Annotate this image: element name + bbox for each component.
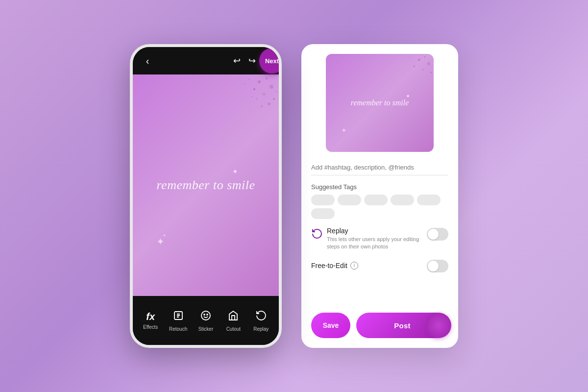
tool-retouch[interactable]: Retouch bbox=[166, 310, 191, 332]
replay-description: This lets other users apply your editing… bbox=[327, 236, 423, 251]
sticker-label: Sticker bbox=[198, 326, 214, 332]
retouch-label: Retouch bbox=[169, 326, 187, 332]
tag-pill-4[interactable] bbox=[391, 195, 414, 205]
tag-pill-6[interactable] bbox=[311, 208, 335, 219]
redo-button[interactable]: ↪ bbox=[248, 55, 256, 66]
suggested-tags-section: Suggested Tags bbox=[311, 183, 448, 219]
svg-point-20 bbox=[414, 66, 415, 67]
post-button-wrapper[interactable]: Post bbox=[356, 313, 448, 338]
free-edit-label: Free-to-Edit i bbox=[311, 262, 358, 270]
tool-effects[interactable]: fx Effects bbox=[138, 311, 163, 330]
svg-point-11 bbox=[244, 84, 245, 85]
tool-replay[interactable]: Replay bbox=[249, 310, 273, 332]
preview-glitter bbox=[385, 54, 434, 88]
free-edit-row: Free-to-Edit i bbox=[311, 259, 448, 272]
svg-point-5 bbox=[273, 98, 275, 100]
preview-canvas-text: remember to smile bbox=[351, 98, 409, 107]
svg-point-18 bbox=[424, 56, 426, 58]
post-button[interactable]: Post bbox=[394, 321, 411, 330]
free-edit-toggle-switch[interactable] bbox=[427, 260, 448, 272]
back-button[interactable]: ‹ bbox=[141, 54, 154, 68]
phone-canvas: remember to smile ✦ ✦ ✦ bbox=[133, 74, 279, 296]
replay-title: Replay bbox=[327, 227, 423, 235]
phone-frame: ‹ ↩ ↪ ⬇ Next bbox=[130, 44, 282, 348]
effects-icon: fx bbox=[146, 311, 155, 322]
share-panel: remember to smile ✦ ✦ Suggested Tags Rep… bbox=[301, 44, 458, 348]
preview-image: remember to smile ✦ ✦ bbox=[326, 54, 434, 152]
replay-info: Replay This lets other users apply your … bbox=[311, 227, 423, 251]
replay-label: Replay bbox=[253, 326, 269, 332]
suggested-tags-label: Suggested Tags bbox=[311, 183, 448, 191]
canvas-image: remember to smile ✦ ✦ ✦ bbox=[133, 74, 279, 296]
phone-bottom-bar: fx Effects Retouch Sticker bbox=[133, 296, 279, 345]
preview-sparkle-2: ✦ bbox=[341, 126, 347, 134]
sparkle-top-right: ✦ bbox=[232, 168, 238, 175]
post-button-orb bbox=[426, 313, 451, 338]
bottom-actions: Save Post bbox=[311, 309, 448, 338]
svg-point-19 bbox=[427, 62, 430, 65]
svg-point-17 bbox=[418, 59, 420, 61]
replay-icon bbox=[255, 310, 267, 324]
phone-top-bar: ‹ ↩ ↪ ⬇ Next bbox=[133, 47, 279, 74]
spacer bbox=[311, 280, 448, 301]
tool-cutout[interactable]: Cutout bbox=[221, 310, 245, 332]
svg-point-1 bbox=[266, 77, 268, 79]
next-button[interactable]: Next bbox=[259, 48, 282, 74]
svg-point-7 bbox=[268, 103, 270, 105]
effects-label: Effects bbox=[143, 324, 158, 330]
caption-input[interactable] bbox=[311, 160, 448, 175]
svg-point-16 bbox=[207, 314, 208, 315]
free-edit-info-icon[interactable]: i bbox=[350, 262, 358, 270]
cutout-icon bbox=[227, 310, 239, 324]
tag-pill-3[interactable] bbox=[364, 195, 388, 205]
free-edit-title: Free-to-Edit bbox=[311, 262, 347, 270]
sparkle-bl-small: ✦ bbox=[162, 233, 166, 238]
svg-point-6 bbox=[249, 79, 250, 80]
svg-point-21 bbox=[422, 69, 424, 71]
tag-pill-1[interactable] bbox=[311, 195, 335, 205]
tag-pill-2[interactable] bbox=[338, 195, 361, 205]
retouch-icon bbox=[172, 310, 184, 324]
undo-button[interactable]: ↩ bbox=[233, 55, 241, 66]
replay-section-icon bbox=[311, 228, 323, 240]
svg-point-23 bbox=[409, 57, 410, 58]
svg-point-15 bbox=[204, 314, 205, 315]
svg-point-9 bbox=[261, 105, 263, 107]
svg-point-4 bbox=[263, 93, 266, 96]
replay-text-block: Replay This lets other users apply your … bbox=[327, 227, 423, 251]
svg-point-14 bbox=[201, 311, 210, 320]
canvas-text: remember to smile bbox=[156, 178, 255, 193]
tags-row bbox=[311, 195, 448, 219]
tag-pill-5[interactable] bbox=[417, 195, 441, 205]
cutout-label: Cutout bbox=[226, 326, 241, 332]
svg-point-22 bbox=[431, 72, 432, 74]
tool-sticker[interactable]: Sticker bbox=[194, 310, 218, 332]
save-button[interactable]: Save bbox=[311, 313, 350, 338]
glitter-decoration bbox=[215, 74, 279, 119]
svg-point-8 bbox=[256, 98, 258, 100]
sticker-icon bbox=[200, 310, 212, 324]
svg-point-0 bbox=[258, 80, 261, 83]
svg-point-2 bbox=[270, 85, 273, 89]
svg-point-3 bbox=[253, 88, 255, 90]
svg-point-10 bbox=[251, 96, 252, 97]
replay-toggle-row: Replay This lets other users apply your … bbox=[311, 227, 448, 251]
replay-toggle-switch[interactable] bbox=[427, 228, 448, 241]
svg-point-12 bbox=[276, 91, 277, 93]
